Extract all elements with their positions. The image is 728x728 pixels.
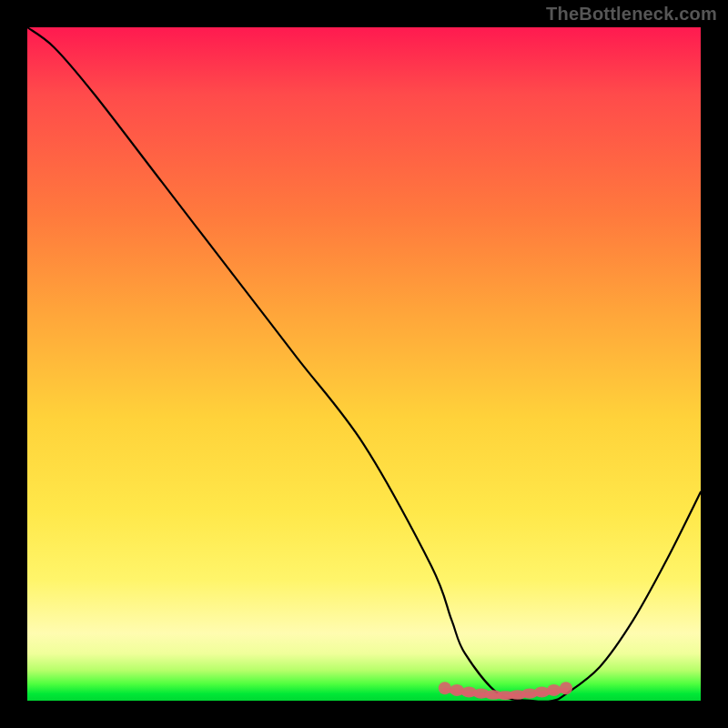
plot-area [27,27,701,701]
plot-svg [27,27,701,701]
series-curve [27,27,701,701]
optimal-range-markers [439,682,572,700]
chart-frame: TheBottleneck.com [0,0,728,728]
attribution-label: TheBottleneck.com [546,4,717,25]
optimal-marker-dot [560,682,572,694]
optimal-marker-dot [439,682,451,694]
optimal-marker-dot [547,684,561,696]
